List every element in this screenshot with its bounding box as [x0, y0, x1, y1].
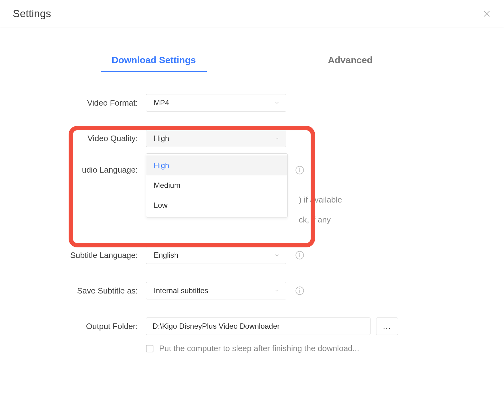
tab-download-settings[interactable]: Download Settings	[56, 49, 252, 72]
input-output-folder[interactable]	[146, 317, 371, 335]
dropdown-item-high[interactable]: High	[146, 155, 287, 175]
svg-point-4	[299, 168, 300, 168]
row-subtitle-language: Subtitle Language: English	[56, 246, 448, 264]
label-subtitle-language: Subtitle Language:	[56, 251, 146, 260]
label-output-folder: Output Folder:	[56, 322, 146, 331]
info-icon[interactable]	[295, 165, 304, 175]
select-value: English	[154, 251, 178, 260]
row-sleep-after: Put the computer to sleep after finishin…	[146, 344, 448, 353]
svg-point-7	[299, 253, 300, 253]
label-save-subtitle: Save Subtitle as:	[56, 286, 146, 296]
select-value: High	[154, 134, 169, 143]
row-output-folder: Output Folder: ...	[56, 317, 448, 335]
dropdown-video-quality: High Medium Low	[146, 153, 288, 217]
window-title: Settings	[13, 7, 51, 20]
dropdown-item-medium[interactable]: Medium	[146, 175, 287, 195]
tabs: Download Settings Advanced	[56, 49, 448, 72]
tab-advanced[interactable]: Advanced	[252, 49, 448, 72]
chevron-down-icon	[274, 100, 280, 106]
browse-button[interactable]: ...	[376, 317, 398, 335]
select-save-subtitle[interactable]: Internal subtitles	[146, 282, 286, 299]
window-header: Settings	[0, 0, 504, 27]
row-video-quality: Video Quality: High	[56, 130, 448, 147]
chevron-down-icon	[274, 288, 280, 294]
dropdown-item-low[interactable]: Low	[146, 195, 287, 215]
hint-if-available: ) if available	[299, 195, 342, 205]
tab-label: Download Settings	[112, 55, 196, 65]
tab-label: Advanced	[328, 55, 372, 65]
close-icon	[483, 10, 491, 17]
svg-point-10	[299, 289, 300, 289]
label-video-quality: Video Quality:	[56, 134, 146, 143]
label-sleep-after: Put the computer to sleep after finishin…	[159, 344, 359, 353]
checkbox-sleep-after[interactable]	[146, 345, 153, 352]
row-save-subtitle: Save Subtitle as: Internal subtitles	[56, 282, 448, 299]
close-button[interactable]	[482, 9, 491, 18]
select-video-quality[interactable]: High	[146, 130, 286, 147]
label-video-format: Video Format:	[56, 98, 146, 108]
select-value: Internal subtitles	[154, 286, 208, 295]
select-subtitle-language[interactable]: English	[146, 246, 286, 264]
chevron-down-icon	[274, 252, 280, 258]
info-icon[interactable]	[295, 251, 304, 260]
settings-form: Video Format: MP4 Video Quality: High Hi…	[56, 94, 448, 353]
row-video-format: Video Format: MP4	[56, 94, 448, 112]
tabs-container: Download Settings Advanced	[0, 49, 504, 72]
select-video-format[interactable]: MP4	[146, 94, 286, 112]
chevron-up-icon	[274, 136, 280, 141]
select-value: MP4	[154, 98, 169, 107]
label-audio-language: udio Language:	[56, 165, 146, 175]
info-icon[interactable]	[295, 286, 304, 295]
hint-if-any: ck, if any	[299, 215, 331, 225]
settings-window: Settings Download Settings Advanced Vide…	[0, 0, 504, 420]
